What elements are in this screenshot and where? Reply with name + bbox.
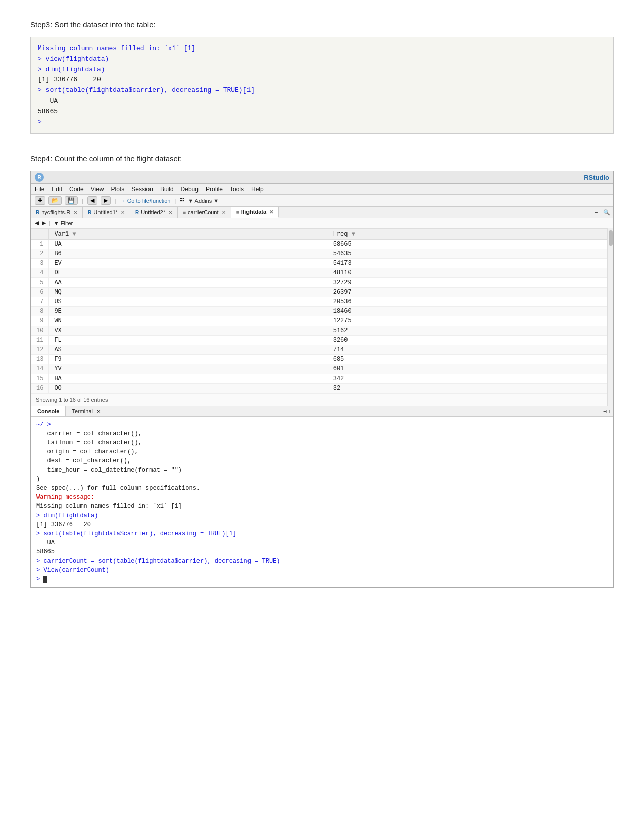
tab-icon-table2: ■ <box>236 209 239 215</box>
table-row: 15 HA 342 <box>31 374 607 384</box>
row-freq: 58665 <box>328 240 607 249</box>
row-var1: OO <box>49 384 328 393</box>
menu-help[interactable]: Help <box>251 186 264 193</box>
menu-file[interactable]: File <box>35 186 44 193</box>
console-line: > <box>38 117 606 128</box>
console-line: See spec(...) for full column specificat… <box>36 484 608 493</box>
tab-close-nycflights[interactable]: ✕ <box>73 210 77 215</box>
console-minimize-icon[interactable]: −□ <box>603 408 610 414</box>
console-line: > dim(flightdata) <box>38 65 606 75</box>
terminal-close-icon[interactable]: ✕ <box>96 409 101 414</box>
menu-debug[interactable]: Debug <box>181 186 199 193</box>
tab-nycflights[interactable]: R nycflights.R ✕ <box>31 207 83 218</box>
row-num: 8 <box>31 307 49 316</box>
console-line: tailnum = col_character(), <box>36 438 608 447</box>
row-var1: B6 <box>49 249 328 259</box>
table-row: 2 B6 54635 <box>31 249 607 259</box>
row-freq: 685 <box>328 355 607 364</box>
tab-close-flightdata[interactable]: ✕ <box>269 209 273 215</box>
table-row: 10 VX 5162 <box>31 326 607 336</box>
table-scrollbar[interactable] <box>607 228 613 406</box>
tab-label-nycflights: nycflights.R <box>41 209 70 215</box>
col-header-var1[interactable]: Var1 ▼ <box>49 229 328 240</box>
menu-tools[interactable]: Tools <box>230 186 244 193</box>
console-prompt-line[interactable]: > <box>36 575 608 584</box>
cursor <box>43 576 47 583</box>
row-num: 7 <box>31 297 49 307</box>
console-line: ) <box>36 475 608 484</box>
menu-bar[interactable]: File Edit Code View Plots Session Build … <box>31 184 613 195</box>
row-num: 10 <box>31 326 49 336</box>
row-var1: DL <box>49 268 328 278</box>
console-line: dest = col_character(), <box>36 456 608 466</box>
menu-plots[interactable]: Plots <box>111 186 125 193</box>
row-num: 4 <box>31 268 49 278</box>
console-line: > dim(flightdata) <box>36 511 608 520</box>
tab-untitled1[interactable]: R Untitled1* ✕ <box>83 207 130 218</box>
row-freq: 5162 <box>328 326 607 336</box>
console-body[interactable]: ~/ > carrier = col_character(), tailnum … <box>31 417 613 587</box>
menu-build[interactable]: Build <box>160 186 174 193</box>
addins-dropdown[interactable]: ▼ Addins ▼ <box>188 198 219 204</box>
toolbar-divider: | <box>49 220 51 226</box>
table-row: 12 AS 714 <box>31 345 607 355</box>
forward-button[interactable]: ▶ <box>101 196 111 205</box>
rstudio-logo: R <box>35 173 44 182</box>
console-line: Missing column names filled in: `x1` [1] <box>38 43 606 54</box>
console-tab-console[interactable]: Console <box>31 406 66 416</box>
row-freq: 20536 <box>328 297 607 307</box>
filter-label: Filter <box>61 220 73 226</box>
row-num: 6 <box>31 288 49 297</box>
nav-back-icon[interactable]: ◀ <box>35 220 39 226</box>
save-button[interactable]: 💾 <box>65 196 78 205</box>
menu-view[interactable]: View <box>91 186 104 193</box>
console-line: carrier = col_character(), <box>36 429 608 438</box>
console-tab-terminal[interactable]: Terminal ✕ <box>66 406 107 416</box>
col-header-freq[interactable]: Freq ▼ <box>328 229 607 240</box>
row-num: 9 <box>31 316 49 326</box>
back-button[interactable]: ◀ <box>87 196 97 205</box>
row-freq: 26397 <box>328 288 607 297</box>
tab-minimize-icon[interactable]: −□ <box>595 209 601 215</box>
console-line: UA <box>36 538 608 547</box>
toolbar: ✚ 📂 💾 | ◀ ▶ | → Go to file/function | ☷ … <box>31 195 613 207</box>
menu-profile[interactable]: Profile <box>206 186 223 193</box>
tab-label-untitled2: Untitled2* <box>141 209 165 215</box>
tab-close-untitled2[interactable]: ✕ <box>168 210 172 215</box>
menu-code[interactable]: Code <box>69 186 84 193</box>
table-row: 9 WN 12275 <box>31 316 607 326</box>
new-file-button[interactable]: ✚ <box>35 196 45 205</box>
tab-carriercount[interactable]: ■ carrierCount ✕ <box>178 207 231 218</box>
row-var1: FL <box>49 336 328 345</box>
row-freq: 18460 <box>328 307 607 316</box>
row-var1: HA <box>49 374 328 384</box>
row-var1: EV <box>49 259 328 268</box>
menu-edit[interactable]: Edit <box>52 186 62 193</box>
console-line: 58665 <box>36 547 608 557</box>
table-row: 14 YV 601 <box>31 364 607 374</box>
table-row: 3 EV 54173 <box>31 259 607 268</box>
tab-flightdata[interactable]: ■ flightdata ✕ <box>231 207 279 218</box>
row-var1: UA <box>49 240 328 249</box>
menu-session[interactable]: Session <box>131 186 153 193</box>
tab-untitled2[interactable]: R Untitled2* ✕ <box>130 207 178 218</box>
tab-close-carriercount[interactable]: ✕ <box>222 210 226 215</box>
console-line: > view(flightdata) <box>38 54 606 65</box>
nav-forward-icon[interactable]: ▶ <box>42 220 46 226</box>
row-num: 16 <box>31 384 49 393</box>
table-row: 8 9E 18460 <box>31 307 607 316</box>
row-var1: F9 <box>49 355 328 364</box>
row-var1: US <box>49 297 328 307</box>
console-line: Missing column names filled in: `x1` [1] <box>36 502 608 511</box>
search-icon[interactable]: 🔍 <box>603 209 610 216</box>
table-row: 7 US 20536 <box>31 297 607 307</box>
scroll-thumb[interactable] <box>609 230 613 246</box>
open-file-button[interactable]: 📂 <box>48 196 62 205</box>
tab-close-untitled1[interactable]: ✕ <box>121 210 125 215</box>
table-row: 16 OO 32 <box>31 384 607 393</box>
console-line: ~/ > <box>36 420 608 429</box>
filter-button[interactable]: ▼ Filter <box>54 220 73 226</box>
go-to-file-link[interactable]: → Go to file/function <box>120 198 171 204</box>
console-line: [1] 336776 20 <box>38 75 606 85</box>
row-num: 13 <box>31 355 49 364</box>
